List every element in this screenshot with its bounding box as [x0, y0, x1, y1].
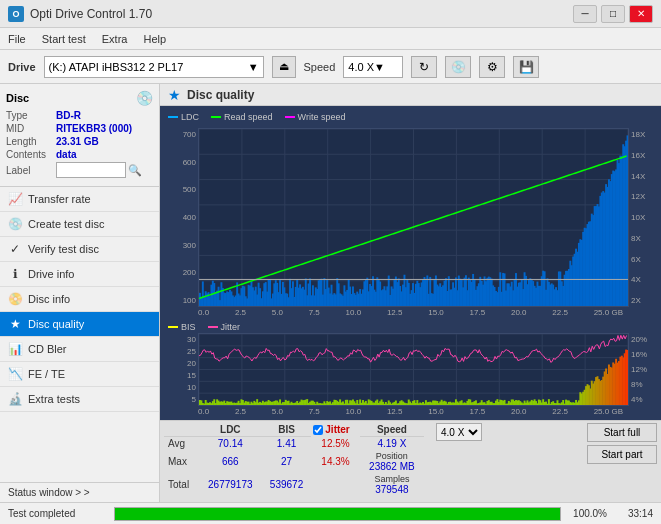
menu-file[interactable]: File: [8, 33, 26, 45]
close-button[interactable]: ✕: [629, 5, 653, 23]
sidebar-item-disc-quality[interactable]: ★ Disc quality: [0, 312, 159, 337]
transfer-rate-icon: 📈: [8, 192, 22, 206]
fe-te-icon: 📉: [8, 367, 22, 381]
write-speed-legend-label: Write speed: [298, 112, 346, 122]
bottom-chart-wrapper: BIS Jitter 30 25 20 15 10 5: [164, 321, 657, 416]
start-part-button[interactable]: Start part: [587, 445, 657, 464]
samples-value: 379548: [364, 484, 420, 495]
content-title: Disc quality: [187, 88, 254, 102]
disc-label-icon[interactable]: 🔍: [128, 164, 142, 177]
maximize-button[interactable]: □: [601, 5, 625, 23]
xb-label-2_5: 2.5: [235, 407, 246, 416]
title-bar: O Opti Drive Control 1.70 ─ □ ✕: [0, 0, 661, 28]
save-button[interactable]: 💾: [513, 56, 539, 78]
sidebar-item-extra-tests[interactable]: 🔬 Extra tests: [0, 387, 159, 412]
sidebar-item-drive-info[interactable]: ℹ Drive info: [0, 262, 159, 287]
x-label-0: 0.0: [198, 308, 209, 317]
jitter-checkbox[interactable]: [313, 425, 323, 435]
top-y-axis-right: 18X 16X 14X 12X 10X 8X 6X 4X 2X: [629, 128, 657, 307]
menu-help[interactable]: Help: [143, 33, 166, 45]
ldc-max: 666: [199, 450, 262, 473]
sidebar-item-verify-test-disc[interactable]: ✓ Verify test disc: [0, 237, 159, 262]
disc-label-input[interactable]: [56, 162, 126, 178]
sidebar-item-fe-te[interactable]: 📉 FE / TE: [0, 362, 159, 387]
progress-track: [114, 507, 561, 521]
stats-table: LDC BIS Jitter Speed Avg 70.14: [164, 423, 424, 496]
bis-legend-dot: [168, 326, 178, 328]
sidebar-item-label-extra-tests: Extra tests: [28, 393, 80, 405]
disc-button[interactable]: 💿: [445, 56, 471, 78]
y-br-12pct: 12%: [631, 365, 655, 374]
top-chart-inner: 700 600 500 400 300 200 100 18X: [164, 128, 657, 307]
bis-avg: 1.41: [262, 437, 312, 451]
jitter-total: [311, 473, 359, 496]
progress-percent: 100.0%: [567, 508, 607, 519]
settings-button[interactable]: ⚙: [479, 56, 505, 78]
sidebar-status-text: Status window > >: [8, 487, 90, 498]
y-b-5: 5: [166, 395, 196, 404]
avg-label: Avg: [164, 437, 199, 451]
extra-tests-icon: 🔬: [8, 392, 22, 406]
x-label-25-gb: 25.0 GB: [594, 308, 623, 317]
refresh-button[interactable]: ↻: [411, 56, 437, 78]
sidebar-item-label-disc-info: Disc info: [28, 293, 70, 305]
read-speed-legend-label: Read speed: [224, 112, 273, 122]
sidebar-item-cd-bler[interactable]: 📊 CD Bler: [0, 337, 159, 362]
y-b-20: 20: [166, 359, 196, 368]
y-label-100: 100: [166, 296, 196, 305]
disc-mid-value: RITEKBR3 (000): [56, 123, 132, 134]
disc-label-label: Label: [6, 165, 56, 176]
menu-extra[interactable]: Extra: [102, 33, 128, 45]
sidebar-status-button[interactable]: Status window > >: [0, 482, 159, 502]
y-right-18x: 18X: [631, 130, 655, 139]
bis-total: 539672: [262, 473, 312, 496]
bis-max: 27: [262, 450, 312, 473]
sidebar-item-create-test-disc[interactable]: 💿 Create test disc: [0, 212, 159, 237]
xb-label-17_5: 17.5: [470, 407, 486, 416]
main-layout: Disc 💿 Type BD-R MID RITEKBR3 (000) Leng…: [0, 84, 661, 502]
y-br-8pct: 8%: [631, 380, 655, 389]
drive-select[interactable]: (K:) ATAPI iHBS312 2 PL17 ▼: [44, 56, 264, 78]
speed-select[interactable]: 4.0 X ▼: [343, 56, 403, 78]
ldc-legend: LDC: [168, 112, 199, 122]
eject-button[interactable]: ⏏: [272, 56, 296, 78]
bottom-chart-inner: 30 25 20 15 10 5 20% 16%: [164, 333, 657, 406]
jitter-checkbox-cell: Jitter: [311, 423, 359, 436]
app-icon: O: [8, 6, 24, 22]
ldc-header: LDC: [199, 423, 262, 437]
y-b-30: 30: [166, 335, 196, 344]
jitter-legend: Jitter: [208, 322, 241, 332]
bottom-chart-canvas-element: [199, 334, 628, 405]
top-chart-canvas: [198, 128, 629, 307]
jitter-avg: 12.5%: [311, 437, 359, 451]
ldc-legend-label: LDC: [181, 112, 199, 122]
bottom-chart-legend: BIS Jitter: [164, 321, 657, 333]
y-label-600: 600: [166, 158, 196, 167]
y-right-12x: 12X: [631, 192, 655, 201]
sidebar-item-label-drive-info: Drive info: [28, 268, 74, 280]
verify-test-disc-icon: ✓: [8, 242, 22, 256]
sidebar-item-disc-info[interactable]: 📀 Disc info: [0, 287, 159, 312]
bottom-chart-canvas: [198, 333, 629, 406]
minimize-button[interactable]: ─: [573, 5, 597, 23]
start-buttons: Start full Start part: [587, 423, 657, 464]
y-label-300: 300: [166, 241, 196, 250]
stats-area: LDC BIS Jitter Speed Avg 70.14: [160, 420, 661, 502]
sidebar-item-label-disc-quality: Disc quality: [28, 318, 84, 330]
start-full-button[interactable]: Start full: [587, 423, 657, 442]
status-text: Test completed: [8, 508, 108, 519]
top-x-axis: 0.0 2.5 5.0 7.5 10.0 12.5 15.0 17.5 20.0…: [164, 308, 657, 317]
speed-select-dropdown[interactable]: 4.0 X 2.0 X 1.0 X: [436, 423, 482, 441]
xb-label-0: 0.0: [198, 407, 209, 416]
y-right-14x: 14X: [631, 172, 655, 181]
disc-type-label: Type: [6, 110, 56, 121]
sidebar-item-transfer-rate[interactable]: 📈 Transfer rate: [0, 187, 159, 212]
y-b-15: 15: [166, 371, 196, 380]
xb-label-15: 15.0: [428, 407, 444, 416]
sidebar: Disc 💿 Type BD-R MID RITEKBR3 (000) Leng…: [0, 84, 160, 502]
speed-avg: 4.19 X: [360, 437, 424, 451]
sidebar-item-label-fe-te: FE / TE: [28, 368, 65, 380]
x-label-5: 5.0: [272, 308, 283, 317]
xb-label-10: 10.0: [346, 407, 362, 416]
menu-start-test[interactable]: Start test: [42, 33, 86, 45]
